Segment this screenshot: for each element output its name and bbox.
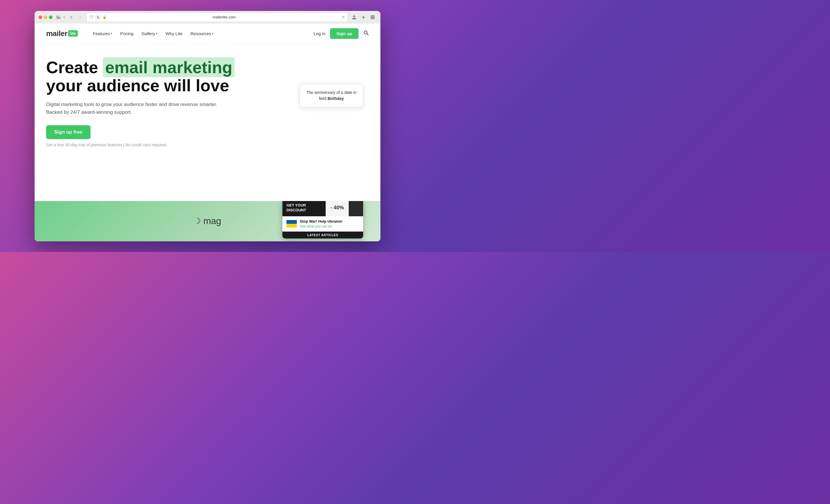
- hero-section: Create email marketing your audience wil…: [35, 44, 380, 201]
- lock-icon: 🔒: [103, 15, 107, 19]
- share-button[interactable]: [350, 13, 358, 21]
- mag-logo: ☽ mag: [194, 216, 221, 226]
- browser-actions: [350, 13, 376, 21]
- ukraine-text: Stop War! Help Ukraine! See what you can…: [300, 219, 359, 229]
- logo-badge: lite: [68, 30, 78, 37]
- discount-title: GET YOUR DISCOUNT: [282, 201, 326, 216]
- svg-rect-3: [373, 18, 374, 19]
- new-tab-button[interactable]: [360, 13, 367, 21]
- nav-features-label: Features: [93, 31, 110, 36]
- url-text: mailerlite.com: [108, 15, 340, 19]
- signup-button[interactable]: Sign up: [330, 28, 358, 39]
- svg-line-5: [367, 34, 368, 35]
- svg-rect-0: [371, 15, 372, 17]
- bottom-section: ☽ mag GET YOUR DISCOUNT - 40% Stop War! …: [35, 201, 380, 241]
- logo-wordmark: mailer: [46, 29, 67, 38]
- sidebar-toggle-icon[interactable]: [55, 15, 62, 20]
- page-content: mailer lite Features ▾ Pricing Gallery ▾…: [35, 24, 380, 241]
- hero-title-highlight: email marketing: [103, 57, 235, 77]
- ukraine-banner[interactable]: Stop War! Help Ukraine! See what you can…: [282, 216, 363, 232]
- site-nav: mailer lite Features ▾ Pricing Gallery ▾…: [35, 24, 380, 44]
- address-bar[interactable]: 🛡 G 🔒 mailerlite.com ↺: [87, 13, 348, 22]
- security-icon: 🛡: [90, 15, 93, 19]
- nav-gallery[interactable]: Gallery ▾: [138, 29, 161, 38]
- resources-chevron-icon: ▾: [212, 32, 213, 35]
- trial-text: Get a free 30-day trial of premium featu…: [46, 142, 369, 147]
- traffic-lights: [39, 15, 53, 19]
- minimize-button[interactable]: [44, 15, 47, 19]
- svg-rect-2: [371, 18, 372, 19]
- search-icon[interactable]: [363, 30, 369, 37]
- crescent-icon: ☽: [194, 216, 201, 226]
- nav-links: Features ▾ Pricing Gallery ▾ Why Lite Re…: [89, 29, 314, 38]
- logo[interactable]: mailer lite: [46, 29, 78, 38]
- login-link[interactable]: Log in: [314, 31, 325, 36]
- svg-rect-1: [373, 15, 374, 17]
- tooltip-popup: The anniversary of a date in field Birth…: [300, 84, 363, 107]
- discount-dark: [349, 201, 363, 216]
- reload-button[interactable]: ↺: [342, 15, 345, 19]
- nav-pricing-label: Pricing: [120, 31, 133, 36]
- discount-percent: - 40%: [326, 201, 349, 216]
- discount-widget: GET YOUR DISCOUNT - 40% Stop War! Help U…: [282, 201, 363, 238]
- gallery-chevron-icon: ▾: [156, 32, 157, 35]
- forward-button[interactable]: [76, 13, 84, 21]
- nav-gallery-label: Gallery: [141, 31, 155, 36]
- hero-description: Digital marketing tools to grow your aud…: [46, 101, 225, 116]
- features-chevron-icon: ▾: [111, 32, 112, 35]
- tab-grid-button[interactable]: [369, 13, 376, 21]
- maximize-button[interactable]: [49, 15, 53, 19]
- tooltip-text-bold: Birthday: [327, 96, 344, 101]
- browser-extension-icon: G: [95, 14, 101, 20]
- discount-top: GET YOUR DISCOUNT - 40%: [282, 201, 363, 216]
- nav-why-lite[interactable]: Why Lite: [162, 29, 186, 38]
- nav-resources[interactable]: Resources ▾: [187, 29, 217, 38]
- nav-actions: Log in Sign up: [314, 28, 369, 39]
- browser-window: ▾ 🛡 G 🔒 mailerlite.com ↺: [35, 11, 380, 241]
- mag-text: mag: [203, 216, 221, 226]
- back-button[interactable]: [68, 13, 75, 21]
- signup-free-button[interactable]: Sign up free: [46, 125, 91, 139]
- latest-articles-label: LATEST ARTICLES: [282, 232, 363, 238]
- ukraine-banner-link[interactable]: See what you can do: [300, 224, 332, 228]
- svg-point-4: [364, 31, 367, 34]
- nav-pricing[interactable]: Pricing: [117, 29, 137, 38]
- hero-title: Create email marketing your audience wil…: [46, 58, 248, 95]
- nav-why-lite-label: Why Lite: [165, 31, 182, 36]
- ukraine-banner-title: Stop War! Help Ukraine!: [300, 219, 359, 224]
- nav-resources-label: Resources: [191, 31, 211, 36]
- nav-features[interactable]: Features ▾: [89, 29, 116, 38]
- hero-title-prefix: Create: [46, 58, 98, 77]
- hero-title-suffix: your audience will love: [46, 76, 229, 95]
- browser-chrome: ▾ 🛡 G 🔒 mailerlite.com ↺: [35, 11, 380, 24]
- close-button[interactable]: [39, 15, 42, 19]
- ukraine-flag-icon: [286, 220, 297, 228]
- sidebar-chevron-icon: ▾: [63, 15, 65, 19]
- browser-titlebar: ▾ 🛡 G 🔒 mailerlite.com ↺: [35, 11, 380, 24]
- browser-nav-buttons: [68, 13, 84, 21]
